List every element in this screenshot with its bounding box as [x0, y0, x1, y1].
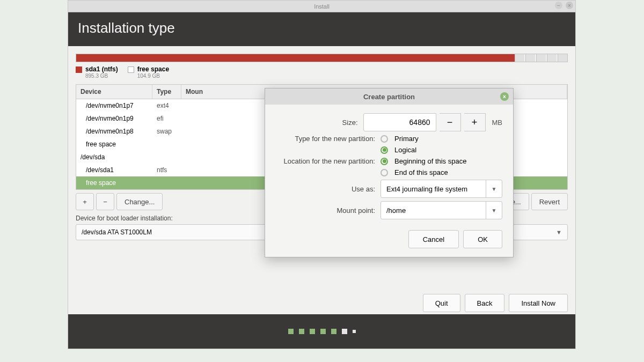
location-label: Location for the new partition: [276, 157, 380, 165]
chevron-down-icon: ▼ [486, 202, 502, 219]
dialog-close-button[interactable]: × [500, 92, 509, 101]
type-label: Type for the new partition: [276, 135, 380, 143]
radio-primary[interactable] [380, 135, 388, 143]
mount-label: Mount point: [276, 206, 380, 215]
dialog-cancel-button[interactable]: Cancel [408, 230, 459, 248]
size-input[interactable] [363, 113, 436, 131]
radio-beginning[interactable] [380, 158, 388, 165]
installer-window: Install − × Installation type sda1 (ntf [68, 0, 576, 349]
mount-point-select[interactable]: /home ▼ [380, 201, 502, 219]
dialog-ok-button[interactable]: OK [463, 230, 502, 248]
size-decrement-button[interactable]: − [440, 113, 461, 131]
radio-logical[interactable] [380, 146, 388, 154]
dialog-title: Create partition [363, 93, 415, 101]
size-label: Size: [276, 119, 363, 127]
size-unit: MB [492, 119, 503, 127]
useas-label: Use as: [276, 185, 380, 193]
useas-select[interactable]: Ext4 journaling file system ▼ [380, 180, 502, 198]
size-increment-button[interactable]: + [464, 113, 486, 131]
create-partition-dialog: Create partition × Size: − + MB Type for… [265, 88, 514, 257]
chevron-down-icon: ▼ [486, 180, 502, 197]
radio-end[interactable] [380, 169, 388, 176]
